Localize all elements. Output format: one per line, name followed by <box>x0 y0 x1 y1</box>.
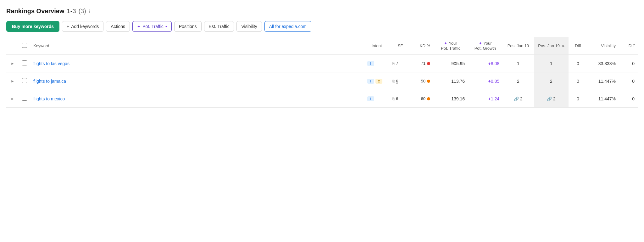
pot-growth-value: +0.85 <box>488 79 499 84</box>
positions-tab[interactable]: Positions <box>174 21 202 32</box>
pos1-value: 2 <box>517 79 519 84</box>
kd-value: 60 <box>421 96 425 101</box>
pot-growth-value: +8.08 <box>488 61 499 66</box>
keyword-link[interactable]: flights to mexico <box>33 96 65 101</box>
sf-number: 7 <box>396 61 398 66</box>
page-range: 1-3 <box>67 8 76 15</box>
sf-image-icon: ⎘ <box>392 97 395 101</box>
rankings-table-wrapper: Keyword Intent SF KD % ✦ <box>6 37 638 108</box>
domain-filter-button[interactable]: All for expedia.com <box>264 21 311 32</box>
page-container: Rankings Overview 1-3 (3) ℹ Buy more key… <box>0 0 644 108</box>
actions-button[interactable]: Actions <box>106 21 130 32</box>
buy-keywords-button[interactable]: Buy more keywords <box>6 21 59 32</box>
pos2-value: 2 <box>550 79 552 84</box>
kd-cell: 60 <box>414 96 430 101</box>
page-header: Rankings Overview 1-3 (3) ℹ <box>6 8 638 15</box>
row-checkbox[interactable] <box>22 78 27 83</box>
link-icon-2: 🔗 <box>547 97 552 101</box>
expand-button[interactable]: ► <box>9 96 16 102</box>
page-title: Rankings Overview <box>6 8 64 15</box>
intent-badge-i: I <box>367 79 374 84</box>
pos1-value: 🔗 2 <box>514 96 523 101</box>
sparkle-icon: ✦ <box>137 24 141 29</box>
sf-number: 6 <box>396 96 398 101</box>
pot-traffic-filter[interactable]: ✦ Pot. Traffic ▾ <box>132 21 172 32</box>
link-icon: 🔗 <box>514 97 519 101</box>
table-row: ►flights to jamaicaIC ⎘ 6 50 113.76+0.85… <box>6 72 638 90</box>
sf-cell: ⎘ 6 <box>392 96 408 101</box>
th-diff[interactable]: Diff <box>569 37 587 55</box>
toolbar: Buy more keywords + Add keywords Actions… <box>6 21 638 37</box>
row-checkbox[interactable] <box>22 96 27 101</box>
sort-icon: ⇅ <box>562 44 564 48</box>
th-pot-growth[interactable]: ✦ Your Pot. Growth <box>468 37 502 55</box>
diff2-value: 0 <box>632 79 635 84</box>
expand-button[interactable]: ► <box>9 61 16 66</box>
th-kd[interactable]: KD % <box>411 37 433 55</box>
add-keywords-button[interactable]: + Add keywords <box>62 21 103 32</box>
pos1-value: 1 <box>517 61 519 66</box>
kd-cell: 71 <box>414 61 430 66</box>
visibility-value: 33.333% <box>598 61 616 66</box>
plus-icon: + <box>67 24 69 29</box>
intent-badges: I <box>367 96 386 101</box>
chevron-down-icon: ▾ <box>165 25 167 28</box>
pot-traffic-value: 139.16 <box>451 96 465 101</box>
kd-dot <box>427 80 430 83</box>
diff2-value: 0 <box>632 96 635 101</box>
th-diff2[interactable]: Diff <box>619 37 638 55</box>
th-visibility[interactable]: Visibility <box>587 37 619 55</box>
sparkle-icon-th1: ✦ <box>444 41 447 46</box>
th-expand <box>6 37 19 55</box>
sf-image-icon: ⎘ <box>392 79 395 83</box>
th-checkbox <box>19 37 30 55</box>
row-checkbox[interactable] <box>22 60 27 65</box>
table-row: ►flights to las vegasI ⎘ 7 71 905.95+8.0… <box>6 55 638 72</box>
pos2-value: 🔗 2 <box>547 96 556 101</box>
pot-growth-value: +1.24 <box>488 96 499 101</box>
visibility-value: 11.447% <box>598 79 616 84</box>
keyword-link[interactable]: flights to jamaica <box>33 79 66 84</box>
th-pot-traffic[interactable]: ✦ Your Pot. Traffic <box>433 37 468 55</box>
intent-badge-c: C <box>375 79 382 84</box>
th-keyword[interactable]: Keyword <box>30 37 364 55</box>
sf-number: 6 <box>396 79 398 84</box>
pot-traffic-value: 113.76 <box>451 79 465 84</box>
diff2-value: 0 <box>632 61 635 66</box>
visibility-value: 11.447% <box>598 96 616 101</box>
intent-badge-i: I <box>367 61 374 66</box>
est-traffic-tab[interactable]: Est. Traffic <box>204 21 234 32</box>
sparkle-icon-th2: ✦ <box>479 41 482 46</box>
intent-badge-i: I <box>367 96 374 101</box>
kd-cell: 50 <box>414 79 430 83</box>
th-intent[interactable]: Intent <box>364 37 389 55</box>
visibility-tab[interactable]: Visibility <box>236 21 262 32</box>
rankings-table: Keyword Intent SF KD % ✦ <box>6 37 638 108</box>
kd-value: 71 <box>421 61 425 66</box>
kd-dot <box>427 62 430 65</box>
kd-dot <box>427 97 430 100</box>
keyword-link[interactable]: flights to las vegas <box>33 61 69 66</box>
diff-value: 0 <box>577 79 579 84</box>
diff-value: 0 <box>577 61 579 66</box>
th-pos-jan19-2[interactable]: Pos. Jan 19 ⇅ <box>534 37 569 55</box>
th-sf[interactable]: SF <box>389 37 411 55</box>
kd-value: 50 <box>421 79 425 83</box>
select-all-checkbox[interactable] <box>22 43 27 48</box>
intent-badges: IC <box>367 79 386 84</box>
th-pos-jan19-1[interactable]: Pos. Jan 19 <box>502 37 534 55</box>
pos2-value: 1 <box>550 61 552 66</box>
pot-traffic-value: 905.95 <box>451 61 465 66</box>
info-icon[interactable]: ℹ <box>89 9 90 14</box>
intent-badges: I <box>367 61 386 66</box>
sf-image-icon: ⎘ <box>392 61 395 66</box>
sf-cell: ⎘ 6 <box>392 79 408 84</box>
table-row: ►flights to mexicoI ⎘ 6 60 139.16+1.24🔗 … <box>6 90 638 108</box>
diff-value: 0 <box>577 96 579 101</box>
page-count: (3) <box>78 8 86 15</box>
expand-button[interactable]: ► <box>9 78 16 84</box>
sf-cell: ⎘ 7 <box>392 61 408 66</box>
